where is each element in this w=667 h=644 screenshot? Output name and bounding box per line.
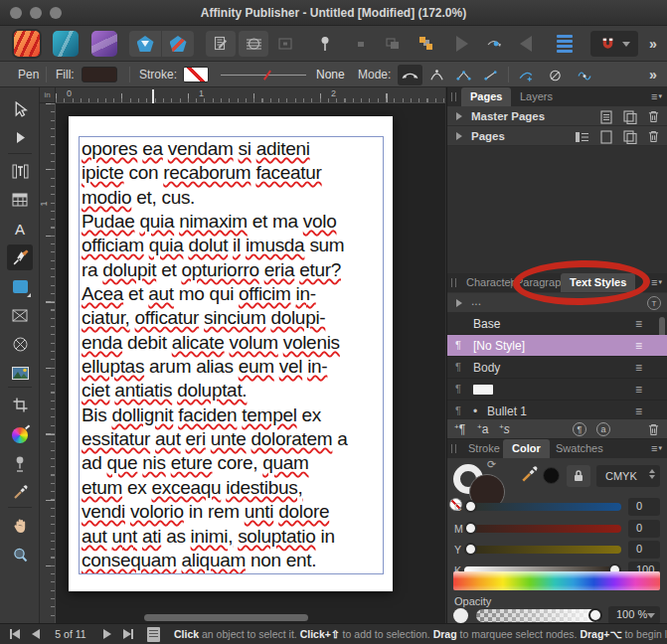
magenta-slider[interactable] [464,525,621,533]
section-manager-button[interactable] [575,129,589,144]
canvas-area[interactable]: in 0 1 2 1 opores ea vendam si aditeniip… [40,87,445,623]
style-row-body[interactable]: ¶ Body ≡ [447,357,667,379]
smart-mode-button[interactable] [424,65,449,85]
previous-page-button[interactable] [32,629,40,639]
cyan-slider[interactable] [464,503,621,511]
last-page-button[interactable] [123,629,133,639]
line-mode-button[interactable] [478,65,503,85]
style-menu-icon[interactable]: ≡ [635,383,642,397]
update-paragraph-style-button[interactable]: ¶ [573,422,586,436]
tab-stroke[interactable]: Stroke [459,439,509,458]
swap-colors-icon[interactable]: ⟳ [487,458,496,471]
view-hand-tool[interactable] [7,513,33,539]
panel-grip[interactable] [451,92,456,101]
colour-picker-tool[interactable] [7,479,33,505]
new-group-style-button[interactable]: +s [499,422,510,436]
pages-row[interactable]: Pages [447,126,667,146]
photo-app-icon[interactable] [91,31,117,57]
flip-vertical-button[interactable] [511,31,541,57]
slider-knob[interactable] [464,500,477,513]
tab-layers[interactable]: Layers [511,87,562,106]
color-spectrum-bar[interactable] [453,571,660,590]
vertical-ruler[interactable]: 1 [40,103,56,623]
master-pages-row[interactable]: Master Pages [447,106,667,126]
photo-persona-button[interactable] [162,31,194,57]
context-overflow-chevron[interactable]: » [649,67,657,82]
move-tool[interactable] [7,96,33,122]
style-row-no-style[interactable]: ¶ [No Style] ≡ [447,335,667,357]
stroke-width-slider[interactable] [221,75,306,76]
delete-style-button[interactable] [646,422,661,437]
pages-panel-menu-icon[interactable]: ≡ [651,90,662,102]
cyan-value[interactable]: 0 [628,498,660,516]
style-menu-icon[interactable]: ≡ [635,339,642,353]
yellow-slider[interactable] [464,546,621,554]
toolbar-overflow-chevron[interactable]: » [649,36,657,52]
table-tool[interactable] [7,187,33,213]
tab-swatches[interactable]: Swatches [547,439,612,458]
flip-horizontal-button[interactable] [447,31,477,57]
slider-knob[interactable] [464,543,477,556]
spread-setup-button[interactable] [239,31,268,57]
pasteboard[interactable]: opores ea vendam si aditeniipicte con re… [56,103,445,623]
artistic-text-tool[interactable]: A [7,216,33,242]
delete-page-button[interactable] [646,129,661,144]
update-character-style-button[interactable]: a [596,422,610,436]
pressure-mode-button[interactable] [572,65,596,85]
add-page-button[interactable] [598,129,613,144]
pages-list[interactable] [447,146,667,273]
ellipse-frame-tool[interactable] [7,331,33,357]
color-mode-select[interactable]: CMYK [596,465,660,487]
panel-grip[interactable] [451,278,456,287]
duplicate-master-button[interactable] [622,109,637,124]
insert-inside-button[interactable] [346,31,376,57]
designer-app-icon[interactable] [53,31,79,57]
close-window-button[interactable] [10,7,22,19]
panel-grip[interactable] [451,444,456,453]
color-picker-wheel-tool[interactable] [7,422,33,448]
document-setup-button[interactable] [206,31,236,57]
style-row-bullet-1[interactable]: ¶ • Bullet 1 ≡ [447,401,667,419]
new-character-style-button[interactable]: +a [477,422,488,436]
yellow-value[interactable]: 0 [628,541,660,559]
rectangle-frame-tool[interactable] [7,302,33,328]
text-alignment-button[interactable] [550,31,580,57]
publisher-persona-button[interactable] [129,31,161,57]
picked-color-well[interactable] [543,467,560,484]
expander-icon[interactable] [456,112,462,120]
tab-pages[interactable]: Pages [461,87,511,106]
insert-behind-button[interactable] [378,31,408,57]
subtract-mode-button[interactable] [543,65,568,85]
snapping-dropdown-arrow[interactable] [622,42,630,47]
next-page-button[interactable] [103,629,111,639]
style-filter-row[interactable]: ... T [447,293,667,313]
rotate-button[interactable] [479,31,509,57]
page-list-button[interactable] [147,627,160,642]
minimize-window-button[interactable] [30,7,42,19]
style-menu-icon[interactable]: ≡ [635,404,642,418]
delete-master-button[interactable] [646,109,661,124]
snapping-button[interactable] [590,31,638,57]
lock-button[interactable] [567,465,590,487]
styles-panel-menu-icon[interactable]: ≡ [651,276,662,288]
tab-color[interactable]: Color [503,439,550,458]
frame-text-tool[interactable] [7,158,33,184]
add-master-page-button[interactable] [598,109,613,124]
pin-button[interactable] [308,31,342,57]
style-picker-tool[interactable] [7,451,33,477]
zoom-window-button[interactable] [50,7,62,19]
show-text-styles-icon[interactable]: T [647,296,661,310]
opacity-knob[interactable] [588,608,602,622]
expander-icon[interactable] [456,132,462,140]
expander-icon[interactable] [456,299,462,307]
rectangle-tool[interactable] [7,273,33,299]
publisher-app-icon[interactable] [14,31,40,57]
opacity-slider[interactable] [476,609,601,622]
color-picker-icon[interactable] [521,466,538,483]
document-page[interactable]: opores ea vendam si aditeniipicte con re… [69,116,393,591]
color-panel-menu-icon[interactable]: ≡ [651,442,662,454]
node-tool[interactable] [7,125,33,151]
add-to-curve-button[interactable] [514,65,539,85]
first-page-button[interactable] [10,629,20,639]
polygon-mode-button[interactable] [451,65,476,85]
